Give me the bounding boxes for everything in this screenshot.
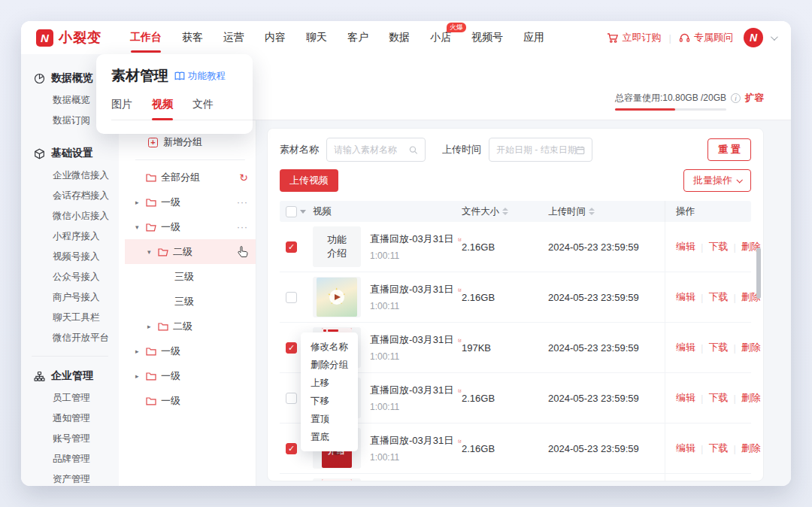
tree-item-level2-b[interactable]: ▸ 二级 [125,314,256,339]
tutorial-link[interactable]: 功能教程 [174,70,226,83]
tree-item-all-groups[interactable]: 全部分组 ↻ [125,165,256,190]
brand-logo[interactable]: N 小裂变 [36,29,102,47]
delete-link[interactable]: 删除 [741,391,761,405]
expand-capacity-link[interactable]: 扩容 [745,92,764,105]
menu-pin-bottom[interactable]: 置底 [301,428,358,446]
tree-item-level1-b[interactable]: ▾ 一级 ··· [125,214,256,239]
edit-link[interactable]: 编辑 [676,391,695,405]
sort-icon[interactable] [502,208,508,215]
video-thumbnail[interactable]: 功能介绍 [313,478,361,481]
menu-item-chat[interactable]: 聊天 [306,21,327,54]
add-group-button[interactable]: + 新增分组 [125,131,256,153]
sidebar-item-miniprogram[interactable]: 小程序接入 [21,226,119,247]
sidebar-item-official-account[interactable]: 公众号接入 [21,267,119,287]
more-actions-icon[interactable]: ··· [237,197,248,208]
material-management-panel: 素材管理 功能教程 图片 视频 文件 [96,54,253,134]
menu-item-acquisition[interactable]: 获客 [182,21,203,54]
edit-link[interactable]: 编辑 [676,290,695,304]
edit-link[interactable]: 编辑 [676,240,695,254]
batch-actions-button[interactable]: 批量操作 [683,169,751,192]
video-thumbnail[interactable]: 功能介绍 [313,226,361,267]
delete-link[interactable]: 删除 [741,341,761,354]
video-thumbnail[interactable]: ★ [313,277,361,317]
tree-item-level1-a[interactable]: ▸ 一级 ··· [125,190,256,214]
upload-video-button[interactable]: 上传视频 [280,169,338,192]
order-now-link[interactable]: 立即订购 [607,31,662,44]
sort-icon[interactable] [589,208,595,215]
sidebar-item-account-mgmt[interactable]: 账号管理 [21,429,119,449]
sidebar-item-asset-mgmt[interactable]: 资产管理 [21,469,119,486]
tree-item-level1-e[interactable]: 一级 [125,388,256,413]
edit-link[interactable]: 编辑 [676,341,695,354]
menu-item-data[interactable]: 数据 [389,21,410,54]
row-checkbox[interactable] [286,342,297,354]
tree-item-level3-a[interactable]: 三级 [125,264,256,289]
consultant-link[interactable]: 专属顾问 [679,31,733,44]
material-name-input[interactable] [326,138,426,162]
upload-time: 2024-05-23 23:59:59 [548,241,665,253]
tab-videos[interactable]: 视频 [152,98,173,120]
menu-move-up[interactable]: 上移 [301,374,358,392]
row-checkbox[interactable] [286,393,297,404]
row-checkbox[interactable] [286,241,297,253]
menu-item-workbench[interactable]: 工作台 [130,21,162,54]
date-range-field[interactable] [496,144,576,155]
app-window: N 小裂变 工作台 获客 运营 内容 聊天 客户 数据 小店火爆 视频号 应用 … [21,21,791,486]
sidebar-item-brand-mgmt[interactable]: 品牌管理 [21,449,119,469]
menu-item-customer[interactable]: 客户 [347,21,368,54]
menu-item-shop[interactable]: 小店火爆 [430,21,451,54]
caret-right-icon[interactable]: ▸ [147,323,158,330]
tab-images[interactable]: 图片 [111,98,132,120]
chevron-down-icon[interactable] [771,33,778,41]
date-range-input[interactable] [489,138,592,162]
table-scrollbar[interactable] [756,247,761,299]
delete-link[interactable]: 删除 [741,442,761,455]
tree-item-level3-b[interactable]: 三级 [125,289,256,314]
more-actions-icon[interactable]: ··· [237,222,248,232]
download-link[interactable]: 下载 [708,290,728,304]
caret-right-icon[interactable]: ▸ [135,372,146,380]
caret-down-icon[interactable]: ▾ [135,223,146,231]
row-checkbox[interactable] [286,443,297,454]
sidebar-item-open-platform[interactable]: 微信开放平台 [21,328,119,348]
menu-item-content[interactable]: 内容 [265,21,286,54]
sidebar-item-wecom-access[interactable]: 企业微信接入 [21,165,119,186]
menu-rename[interactable]: 修改名称 [301,338,358,356]
tree-item-level1-c[interactable]: ▸ 一级 [125,339,256,363]
download-link[interactable]: 下载 [708,240,728,254]
sidebar-item-wechat-shop[interactable]: 微信小店接入 [21,206,119,226]
tree-item-level2-selected[interactable]: ▾ 二级 [125,239,256,264]
menu-move-down[interactable]: 下移 [301,392,358,410]
edit-link[interactable]: 编辑 [676,442,695,455]
download-link[interactable]: 下载 [708,391,728,405]
download-link[interactable]: 下载 [708,341,728,354]
download-link[interactable]: 下载 [708,442,728,455]
select-all-checkbox[interactable] [286,206,297,217]
row-checkbox[interactable] [286,292,297,303]
menu-pin-top[interactable]: 置顶 [301,410,358,428]
menu-item-operation[interactable]: 运营 [223,21,244,54]
tree-item-level1-d[interactable]: ▸ 一级 [125,363,256,388]
video-title: 直播回放-03月31日 [370,232,453,246]
user-avatar[interactable]: N [744,28,763,47]
material-name-field[interactable] [334,144,409,155]
caret-right-icon[interactable]: ▸ [135,199,146,206]
menu-delete-group[interactable]: 删除分组 [301,356,358,374]
reset-button[interactable]: 重 置 [707,138,751,161]
sidebar-item-session-archive[interactable]: 会话存档接入 [21,186,119,206]
table-header: 视频 文件大小 上传时间 操作 [280,201,751,222]
caret-down-icon[interactable]: ▾ [147,248,158,256]
menu-item-channels[interactable]: 视频号 [471,21,503,54]
tab-files[interactable]: 文件 [192,98,214,120]
menu-item-apps[interactable]: 应用 [523,21,544,54]
refresh-icon[interactable]: ↻ [239,172,248,184]
info-icon[interactable]: i [731,93,741,103]
col-video-header: 视频 [313,205,462,218]
sidebar-item-employee-mgmt[interactable]: 员工管理 [21,388,119,408]
caret-right-icon[interactable]: ▸ [135,348,146,355]
sidebar-item-merchant-account[interactable]: 商户号接入 [21,287,119,308]
sidebar-item-chat-toolbar[interactable]: 聊天工具栏 [21,308,119,328]
select-dropdown-icon[interactable] [300,210,306,214]
sidebar-item-channels-access[interactable]: 视频号接入 [21,247,119,267]
sidebar-item-notice-mgmt[interactable]: 通知管理 [21,408,119,429]
